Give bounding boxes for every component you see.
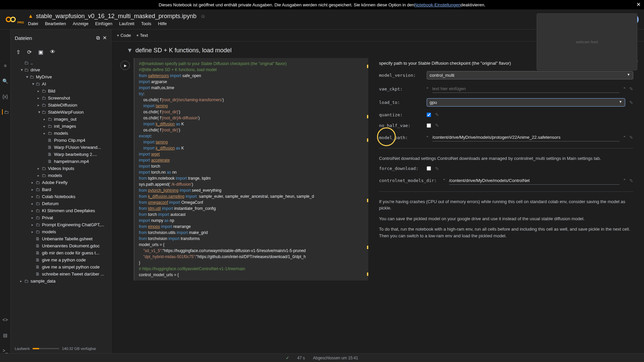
refresh-icon[interactable]: ⟳ [27,49,32,55]
folder-item[interactable]: ▸🗀Deforum [11,200,111,207]
pro-badge: PRO [17,21,24,24]
hide-icon[interactable]: 👁 [50,49,55,55]
menu-datei[interactable]: Datei [28,21,38,26]
drive-icon: ▲ [28,13,34,19]
notebook-title[interactable]: stable_warpfusion_v0_16_12_multi_masked_… [36,13,196,20]
exec-time: 47 s [297,356,305,360]
folder-item[interactable]: ▼🗀MyDrive [11,73,111,80]
menu-einfuegen[interactable]: Einfügen [95,21,112,26]
menu-hilfe[interactable]: Hilfe [158,21,167,26]
colab-logo[interactable] [5,14,16,25]
vae-ckpt-input[interactable] [432,85,620,93]
file-tree[interactable]: 🗀..▼🗀drive▼🗀MyDrive▼🗀AI▸🗀Bild▸🗀Screensho… [11,58,111,344]
banner-text-before: Dieses Notebook ist geöffnet und enthält… [159,2,414,7]
file-item[interactable]: 🗎schreibe einen Tweet darüber ... [11,270,111,278]
file-item[interactable]: 🗎Unbenanntes Dokument.gdoc [11,242,111,249]
new-window-icon[interactable]: ⧉ [96,35,100,41]
file-item[interactable]: 🗎Warp FUsion Verwand... [11,144,111,151]
folder-item[interactable]: ▸🗀KI Stimmen und Deepfakes [11,207,111,214]
disk-bar [33,348,59,349]
force-download-label: force_download: [379,166,423,171]
help-text-2: You can save the pickled model on your g… [379,216,633,222]
controlnet-dir-label: controlnet_models_dir: [379,178,439,183]
code-cell: #@markdown specify path to your Stable D… [117,58,639,281]
banner-close-icon[interactable]: ✕ [636,1,641,8]
no-half-vae-label: no_half_vae: [379,123,423,128]
controlnet-dir-input[interactable] [449,177,620,185]
file-item[interactable]: 🗎Promo Clip.mp4 [11,137,111,144]
status-bar: ✓ 47 s Abgeschlossen um 15:41 [0,353,644,362]
file-panel: Dateien ⧉ ✕ ⇧ ⟳ ▣ 👁 🗀..▼🗀drive▼🗀MyDrive▼… [11,29,111,353]
folder-item[interactable]: ▸🗀models [11,130,111,137]
folder-item[interactable]: ▸🗀models [11,172,111,179]
banner-settings-link[interactable]: Notebook-Einstellungen [414,2,461,7]
edit-icon[interactable]: ✎ [629,86,633,92]
disk-usage: Laufwerk 140.32 GB verfügbar [11,344,111,353]
mount-drive-icon[interactable]: ▣ [38,49,43,55]
folder-item[interactable]: ▸🗀models [11,228,111,235]
search-icon[interactable]: 🔍 [2,78,8,84]
file-item[interactable]: 🗎give me a simpel python code [11,263,111,270]
private-outputs-banner: Dieses Notebook ist geöffnet und enthält… [0,0,644,9]
folder-item[interactable]: ▸🗀Screenshot [11,95,111,102]
menu-bearbeiten[interactable]: Bearbeiten [45,21,66,26]
folder-item[interactable]: ▼🗀AI [11,80,111,87]
add-text-button[interactable]: Text [136,33,148,38]
folder-item[interactable]: ▸🗀Bild [11,87,111,95]
force-download-checkbox[interactable] [427,166,431,171]
menu-anzeige[interactable]: Anzeige [73,21,89,26]
file-item[interactable]: 🗎give me a python code [11,256,111,263]
shell-icon[interactable]: >_ [3,348,8,353]
file-item[interactable]: 🗎Warp bearbeitung 2.... [11,151,111,158]
vars-icon[interactable]: {x} [2,94,8,99]
code-icon[interactable]: <> [2,317,8,322]
folder-item[interactable]: ▸🗀Privat [11,214,111,221]
folder-item[interactable]: ▸🗀init_images [11,123,111,130]
folder-item[interactable]: ▸🗀sample_data [11,278,111,285]
model-version-label: model_version: [379,73,423,78]
upload-icon[interactable]: ⇧ [16,49,20,55]
edit-icon[interactable]: ✎ [435,123,439,128]
model-version-select[interactable]: control_multi [427,71,633,79]
svg-point-0 [6,17,11,21]
section-title: define SD + K functions, load model [136,47,232,54]
folder-item[interactable]: ▼🗀StableWarpFusion [11,109,111,116]
close-panel-icon[interactable]: ✕ [103,35,107,41]
add-code-button[interactable]: Code [117,33,131,38]
quantize-checkbox[interactable] [427,113,431,117]
edit-icon[interactable]: ✎ [435,112,439,117]
notebook-content[interactable]: ▼ define SD + K functions, load model #@ [111,42,644,353]
help-text-1: If you're having crashes (CPU out of mem… [379,198,633,212]
edit-icon[interactable]: ✎ [435,166,439,171]
folder-item[interactable]: ▸🗀Colab Notebooks [11,193,111,200]
menu-laufzeit[interactable]: Laufzeit [119,21,135,26]
folder-item[interactable]: ▸🗀images_out [11,116,111,123]
file-item[interactable]: 🗎gib mir den code für guess t... [11,249,111,256]
edit-icon[interactable]: ✎ [629,178,633,183]
folder-item[interactable]: ▸🗀Prompt Engineering ChatGPT,... [11,221,111,228]
folder-item[interactable]: ▸🗀StableDiffusion [11,102,111,109]
folder-item[interactable]: ▸🗀Bard [11,186,111,193]
star-icon[interactable]: ☆ [201,13,205,19]
collapse-arrow-icon[interactable]: ▼ [127,47,133,54]
terminal-icon[interactable]: ▤ [3,333,7,338]
folder-item[interactable]: ▼🗀drive [11,66,111,73]
edit-icon[interactable]: ✎ [629,135,633,140]
file-toolbar: ⇧ ⟳ ▣ 👁 [11,46,111,58]
folder-item[interactable]: ▸🗀Adobe Firefly [11,179,111,186]
no-half-vae-checkbox[interactable] [427,123,431,128]
edit-icon[interactable]: ✎ [629,100,633,105]
model-path-input[interactable] [432,133,620,141]
folder-item[interactable]: ▸🗀Videos Inputs [11,165,111,172]
svg-point-1 [11,17,15,21]
files-icon[interactable]: 🗀 [2,109,9,115]
menu-tools[interactable]: Tools [141,21,151,26]
run-cell-button[interactable] [120,61,130,70]
code-editor[interactable]: #@markdown specify path to your Stable D… [133,58,368,281]
file-item[interactable]: 🗎hampelmann.mp4 [11,158,111,165]
load-to-select[interactable]: gpu [427,98,625,107]
toc-icon[interactable]: ≡ [4,63,6,68]
file-item[interactable]: 🗀.. [11,59,111,66]
cell-gutter [117,58,133,281]
file-item[interactable]: 🗎Unbenante Tabelle.gsheet [11,235,111,242]
